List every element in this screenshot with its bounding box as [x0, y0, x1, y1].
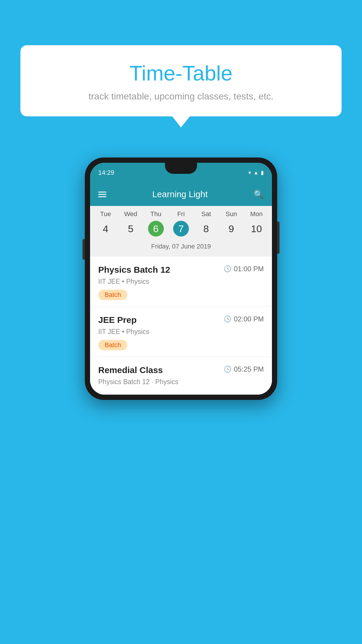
date-6-today[interactable]: 6 — [148, 221, 164, 237]
status-icons: ▾ ▲ ▮ — [248, 169, 264, 176]
schedule-item-remedial[interactable]: Remedial Class 🕓 05:25 PM Physics Batch … — [90, 357, 272, 395]
menu-icon[interactable] — [98, 192, 106, 197]
day-header-thu: Thu — [143, 210, 168, 218]
app-title: Learning Light — [152, 189, 208, 199]
day-header-mon: Mon — [244, 210, 269, 218]
clock-icon-2: 🕓 — [224, 315, 231, 323]
date-8[interactable]: 8 — [194, 221, 219, 237]
schedule-time-2: 🕓 02:00 PM — [224, 315, 264, 323]
schedule-item-physics-batch[interactable]: Physics Batch 12 🕓 01:00 PM IIT JEE • Ph… — [90, 257, 272, 307]
date-10[interactable]: 10 — [244, 221, 269, 237]
day-header-sat: Sat — [194, 210, 219, 218]
schedule-list: Physics Batch 12 🕓 01:00 PM IIT JEE • Ph… — [90, 257, 272, 395]
day-header-sun: Sun — [219, 210, 244, 218]
day-header-wed: Wed — [118, 210, 143, 218]
date-4[interactable]: 4 — [93, 221, 118, 237]
speech-bubble: Time-Table track timetable, upcoming cla… — [20, 45, 342, 116]
schedule-title-3: Remedial Class — [98, 365, 163, 375]
search-icon[interactable]: 🔍 — [254, 190, 264, 199]
phone-mockup: 14:29 ▾ ▲ ▮ Learning Light 🔍 — [85, 158, 277, 400]
date-7-selected[interactable]: 7 — [173, 221, 189, 237]
date-5[interactable]: 5 — [118, 221, 143, 237]
day-headers: Tue Wed Thu Fri Sat Sun Mon — [90, 206, 272, 219]
schedule-subtitle-3: Physics Batch 12 · Physics — [98, 378, 264, 386]
time-value-2: 02:00 PM — [234, 315, 264, 323]
schedule-item-header-2: JEE Prep 🕓 02:00 PM — [98, 315, 264, 325]
batch-badge-1: Batch — [98, 290, 127, 300]
bubble-subtitle: track timetable, upcoming classes, tests… — [38, 91, 324, 102]
signal-icon: ▲ — [253, 170, 259, 176]
schedule-title-2: JEE Prep — [98, 315, 137, 325]
phone-screen: 14:29 ▾ ▲ ▮ Learning Light 🔍 — [90, 163, 272, 395]
toolbar: Learning Light 🔍 — [90, 183, 272, 206]
clock-icon-3: 🕓 — [224, 365, 231, 373]
wifi-icon: ▾ — [248, 169, 251, 176]
clock-icon-1: 🕓 — [224, 265, 231, 273]
schedule-item-header-3: Remedial Class 🕓 05:25 PM — [98, 365, 264, 375]
calendar-section: Tue Wed Thu Fri Sat Sun Mon 4 5 6 7 8 9 … — [90, 206, 272, 257]
day-header-fri: Fri — [168, 210, 194, 218]
schedule-subtitle-1: IIT JEE • Physics — [98, 278, 264, 286]
date-9[interactable]: 9 — [219, 221, 244, 237]
day-header-tue: Tue — [93, 210, 118, 218]
selected-date-label: Friday, 07 June 2019 — [90, 241, 272, 254]
schedule-time-1: 🕓 01:00 PM — [224, 265, 264, 273]
bubble-title: Time-Table — [38, 61, 324, 85]
status-bar: 14:29 ▾ ▲ ▮ — [90, 163, 272, 183]
time-value-3: 05:25 PM — [234, 365, 264, 373]
status-time: 14:29 — [98, 169, 114, 176]
schedule-time-3: 🕓 05:25 PM — [224, 365, 264, 373]
schedule-subtitle-2: IIT JEE • Physics — [98, 328, 264, 336]
speech-bubble-container: Time-Table track timetable, upcoming cla… — [20, 45, 342, 116]
day-numbers: 4 5 6 7 8 9 10 — [90, 219, 272, 241]
time-value-1: 01:00 PM — [234, 265, 264, 273]
schedule-item-header-1: Physics Batch 12 🕓 01:00 PM — [98, 265, 264, 275]
phone-outer: 14:29 ▾ ▲ ▮ Learning Light 🔍 — [85, 158, 277, 400]
schedule-item-jee-prep[interactable]: JEE Prep 🕓 02:00 PM IIT JEE • Physics Ba… — [90, 307, 272, 357]
batch-badge-2: Batch — [98, 340, 127, 350]
schedule-title-1: Physics Batch 12 — [98, 265, 170, 275]
battery-icon: ▮ — [261, 169, 264, 176]
